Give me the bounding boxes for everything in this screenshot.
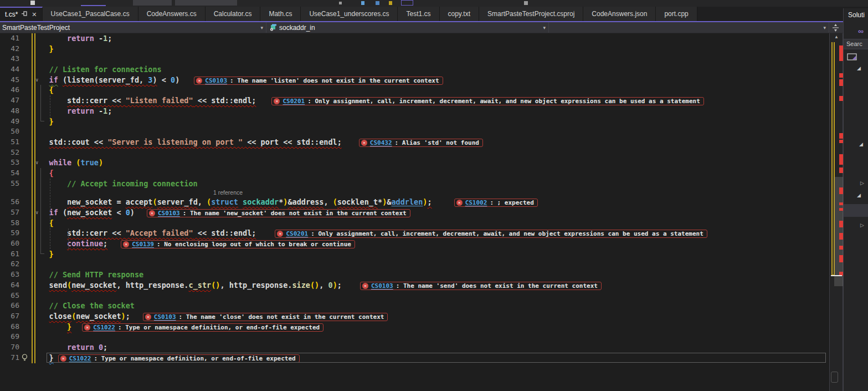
scroll-up-arrow-icon[interactable]: ▲ bbox=[830, 34, 843, 39]
error-annotation-cs0103[interactable]: ✕CS0103: The name 'listen' does not exis… bbox=[194, 77, 443, 85]
tab-t-cs-[interactable]: t.cs*✕ bbox=[0, 7, 43, 21]
pin-icon[interactable] bbox=[22, 11, 28, 18]
code-line-65[interactable]: 65 bbox=[0, 291, 829, 301]
code-token bbox=[31, 138, 49, 146]
error-annotation-cs0201[interactable]: ✕CS0201: Only assignment, call, incremen… bbox=[275, 230, 707, 238]
tab-calculator-cs[interactable]: Calculator.cs bbox=[206, 7, 261, 21]
error-annotation-cs0103[interactable]: ✕CS0103: The name 'close' does not exist… bbox=[143, 313, 388, 321]
code-line-64[interactable]: 64 send(new_socket, http_response.c_str(… bbox=[0, 280, 829, 291]
error-annotation-cs0103[interactable]: ✕CS0103: The name 'send' does not exist … bbox=[360, 282, 602, 290]
tab-test1-cs[interactable]: Test1.cs bbox=[398, 7, 439, 21]
type-dropdown[interactable]: sockaddr_in ▾ bbox=[266, 22, 549, 33]
code-line-61[interactable]: 61 } bbox=[0, 249, 829, 260]
code-line-48[interactable]: 48 return -1; bbox=[0, 106, 829, 116]
error-code-link[interactable]: CS0139 bbox=[132, 241, 154, 248]
error-code-link[interactable]: CS0103 bbox=[205, 77, 227, 84]
toolbar-icon[interactable] bbox=[339, 2, 342, 4]
fold-collapse-icon[interactable]: ∨ bbox=[35, 158, 38, 168]
project-dropdown[interactable]: SmartPasteTestProject ▾ bbox=[0, 22, 266, 33]
tab-usecase1-underscores-cs[interactable]: UseCase1_underscores.cs bbox=[301, 7, 398, 21]
code-line-44[interactable]: 44 // Listen for connections bbox=[0, 64, 829, 75]
tab-label: port.cpp bbox=[664, 10, 688, 18]
error-code-link[interactable]: CS0432 bbox=[370, 139, 392, 146]
code-line-52[interactable]: 52 bbox=[0, 148, 829, 158]
tab-usecase1-pascalcase-cs[interactable]: UseCase1_PascalCase.cs bbox=[43, 7, 138, 21]
toolbar-icon[interactable] bbox=[376, 1, 379, 5]
vertical-scrollbar[interactable]: ▲ bbox=[830, 33, 843, 391]
toolbar-active-button[interactable] bbox=[401, 0, 413, 6]
code-line-54[interactable]: 54 { bbox=[0, 168, 829, 179]
solution-explorer-panel[interactable]: Soluti ∞ Searc ◢◢▷◢▷ bbox=[843, 8, 868, 391]
code-token: ) bbox=[175, 75, 179, 84]
error-code-link[interactable]: CS0103 bbox=[154, 313, 176, 321]
toolbar-icon[interactable] bbox=[524, 1, 528, 5]
split-editor-button[interactable] bbox=[829, 22, 842, 33]
error-annotation-cs1022[interactable]: ✕CS1022: Type or namespace definition, o… bbox=[82, 323, 323, 332]
error-annotation-cs0139[interactable]: ✕CS0139: No enclosing loop out of which … bbox=[121, 240, 355, 248]
error-code-link[interactable]: CS0103 bbox=[158, 210, 180, 217]
code-line-42[interactable]: 42 } bbox=[0, 44, 829, 54]
code-line-59[interactable]: 59 std::cerr << "Accept failed" << std::… bbox=[0, 228, 829, 238]
code-line-66[interactable]: 66 // Close the socket bbox=[0, 301, 829, 311]
code-line-43[interactable]: 43 bbox=[0, 54, 829, 64]
tab-copy-txt[interactable]: copy.txt bbox=[440, 7, 479, 21]
tree-selected-row[interactable] bbox=[844, 204, 868, 217]
code-token: ) bbox=[121, 312, 126, 321]
code-line-68[interactable]: 68 }✕CS1022: Type or namespace definitio… bbox=[0, 322, 829, 332]
code-line-71[interactable]: 71 }✕CS1022: Type or namespace definitio… bbox=[0, 353, 829, 363]
code-line-51[interactable]: 51 std::cout << "Server is listening on … bbox=[0, 137, 829, 148]
toolbar-icon[interactable] bbox=[361, 1, 364, 5]
error-code-link[interactable]: CS1022 bbox=[93, 324, 115, 331]
code-line-46[interactable]: 46 { bbox=[0, 85, 829, 95]
close-icon[interactable]: ✕ bbox=[32, 11, 37, 18]
code-line-55[interactable]: 55 // Accept incoming connection bbox=[0, 179, 829, 189]
tab-port-cpp[interactable]: port.cpp bbox=[656, 7, 697, 21]
error-code-link[interactable]: CS0103 bbox=[371, 282, 393, 290]
tab-codeanswers-cs[interactable]: CodeAnswers.cs bbox=[138, 7, 206, 21]
code-line-62[interactable]: 62 bbox=[0, 259, 829, 270]
code-line-47[interactable]: 47 std::cerr << "Listen failed" << std::… bbox=[0, 95, 829, 106]
code-line-45[interactable]: 45∨ if (listen(server_fd, 3) < 0)✕CS0103… bbox=[0, 75, 829, 85]
toolbar-button[interactable] bbox=[30, 1, 35, 5]
toolbar-button[interactable] bbox=[133, 0, 172, 6]
tab-math-cs[interactable]: Math.cs bbox=[260, 7, 301, 21]
fold-collapse-icon[interactable]: ∨ bbox=[35, 207, 38, 218]
code-token: server_fd bbox=[157, 197, 198, 206]
code-line-70[interactable]: 70 return 0; bbox=[0, 342, 829, 353]
codelens-references[interactable]: 1 reference bbox=[0, 189, 829, 197]
code-line-49[interactable]: 49 } bbox=[0, 116, 829, 127]
code-line-41[interactable]: 41 return -1; bbox=[0, 33, 829, 44]
error-annotation-cs0201[interactable]: ✕CS0201: Only assignment, call, incremen… bbox=[271, 97, 703, 105]
error-annotation-cs0432[interactable]: ✕CS0432: Alias 'std' not found bbox=[359, 139, 483, 147]
tree-collapsed-arrow-icon[interactable]: ▷ bbox=[860, 222, 864, 228]
error-annotation-cs1002[interactable]: ✕CS1002: ; expected bbox=[454, 199, 538, 207]
tree-collapsed-arrow-icon[interactable]: ▷ bbox=[860, 180, 864, 186]
lightbulb-icon[interactable] bbox=[21, 354, 28, 364]
search-input[interactable]: Searc bbox=[844, 39, 868, 49]
code-token bbox=[31, 75, 49, 84]
code-line-63[interactable]: 63 // Send HTTP response bbox=[0, 270, 829, 280]
code-line-57[interactable]: 57∨ if (new_socket < 0)✕CS0103: The name… bbox=[0, 207, 829, 218]
error-annotation-cs0103[interactable]: ✕CS0103: The name 'new_socket' does not … bbox=[147, 209, 410, 217]
tree-expanded-arrow-icon[interactable]: ◢ bbox=[857, 65, 861, 71]
switch-views-icon[interactable] bbox=[847, 53, 858, 64]
tab-codeanswers-json[interactable]: CodeAnswers.json bbox=[583, 7, 656, 21]
code-line-58[interactable]: 58 { bbox=[0, 218, 829, 228]
toolbar-icon[interactable] bbox=[389, 1, 392, 5]
tree-expanded-arrow-icon[interactable]: ◢ bbox=[859, 141, 863, 147]
code-editor[interactable]: 41 return -1;42 }4344 // Listen for conn… bbox=[0, 33, 830, 391]
code-line-67[interactable]: 67 close(new_socket);✕CS0103: The name '… bbox=[0, 311, 829, 322]
toolbar-button[interactable] bbox=[175, 0, 237, 6]
error-code-link[interactable]: CS0201 bbox=[283, 98, 305, 105]
error-code-link[interactable]: CS0201 bbox=[286, 230, 308, 237]
code-line-69[interactable]: 69 bbox=[0, 332, 829, 342]
tab-smartpastetestproject-csproj[interactable]: SmartPasteTestProject.csproj bbox=[479, 7, 583, 21]
code-line-53[interactable]: 53∨ while (true) bbox=[0, 158, 829, 168]
code-line-50[interactable]: 50 bbox=[0, 126, 829, 137]
code-line-56[interactable]: 56 new_socket = accept(server_fd, (struc… bbox=[0, 197, 829, 207]
member-dropdown[interactable]: ▾ bbox=[549, 22, 829, 33]
code-line-60[interactable]: 60 continue;✕CS0139: No enclosing loop o… bbox=[0, 238, 829, 249]
tree-expanded-arrow-icon[interactable]: ◢ bbox=[857, 192, 861, 198]
error-code-link[interactable]: CS1002 bbox=[465, 199, 487, 206]
fold-collapse-icon[interactable]: ∨ bbox=[35, 75, 38, 85]
